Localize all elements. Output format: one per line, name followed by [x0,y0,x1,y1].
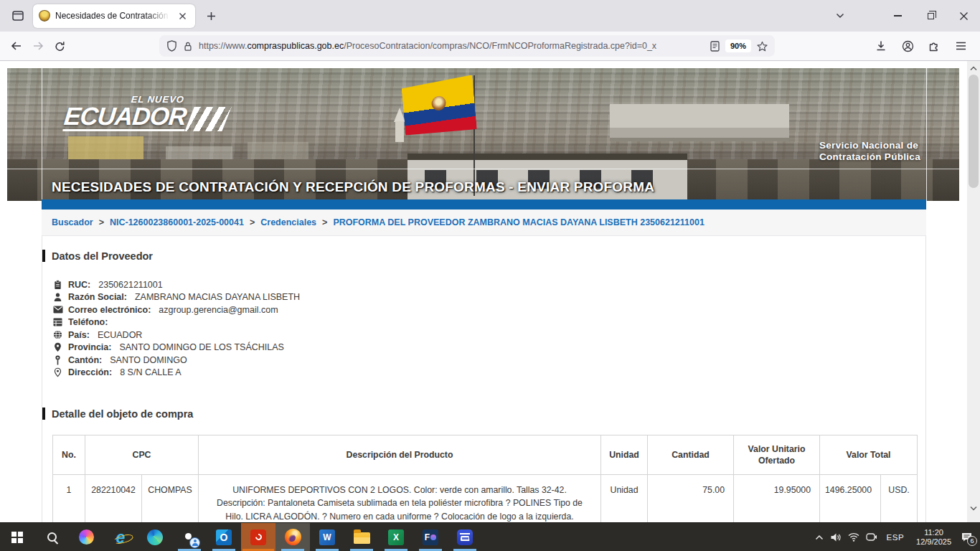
reload-icon[interactable] [49,35,70,57]
tab-close-icon[interactable] [175,9,189,23]
cell-unidad: Unidad [601,475,648,523]
taskbar-acrobat-button[interactable] [241,523,275,551]
bookmark-star-icon[interactable] [757,41,768,52]
field-direccion: Dirección: 8 S/N CALLE A [52,367,925,380]
page-scrollbar[interactable] [967,61,980,522]
window-close-button[interactable] [947,0,980,32]
col-no: No. [53,435,85,475]
list-all-tabs-icon[interactable] [829,5,851,27]
taskbar-word-button[interactable]: W [310,523,344,551]
page-content: EL NUEVO ECUADOR Servicio Nacional de Co… [0,61,980,522]
reader-mode-icon[interactable] [710,41,720,52]
taskbar-copilot-button[interactable] [69,523,103,551]
internet-explorer-icon: e [116,530,126,545]
acrobat-icon [250,529,266,545]
taskbar-outlook-button[interactable]: O [207,523,241,551]
copilot-icon [79,529,94,545]
map-marker-icon [52,355,63,365]
file-explorer-icon [354,532,370,544]
back-icon[interactable] [6,35,27,57]
language-indicator[interactable]: ESP [884,533,908,542]
logo-slashes [184,107,231,131]
firefox-icon [285,529,301,545]
cell-descripcion: UNIFORMES DEPORTIVOS CON 2 LOGOS. Color:… [199,475,601,523]
notification-center-icon[interactable]: 6 [961,532,973,543]
field-telefono: Teléfono: [52,316,925,329]
cell-cantidad: 75.00 [648,475,734,523]
downloads-icon[interactable] [870,35,892,57]
tray-chevron-up-icon[interactable] [815,534,824,540]
forward-icon[interactable] [27,35,49,57]
purchase-section-heading: Detalle del objeto de compra [42,408,925,420]
tab-title: Necesidades de Contratación y [55,11,170,21]
taskbar-explorer-button[interactable] [344,523,379,551]
firefox-view-icon[interactable] [6,5,30,27]
zoom-level-button[interactable]: 90% [725,39,751,52]
meet-now-icon[interactable] [866,532,877,542]
field-pais: País: ECUADOR [52,329,925,342]
col-cantidad: Cantidad [648,435,734,475]
table-row: 1 282210042 CHOMPAS UNIFORMES DEPORTIVOS… [53,475,918,523]
search-icon [47,532,57,542]
clock[interactable]: 11:20 12/9/2025 [913,528,954,547]
edge-icon [147,529,163,545]
blue-accent-bar [42,199,926,209]
browser-tab[interactable]: Necesidades de Contratación y [33,4,195,28]
col-valor-total: Valor Total [820,435,918,475]
taskbar-search-button[interactable] [34,523,69,551]
f-app-icon: F [423,529,438,545]
taskbar-ie-button[interactable]: e [103,523,138,551]
excel-icon: X [388,529,404,545]
taskbar-excel-button[interactable]: X [379,523,413,551]
url-text: https://www.compraspublicas.gob.ec/Proce… [199,41,705,51]
new-tab-button[interactable] [201,6,221,26]
provider-fields: RUC: 2350621211001 Razón Social: ZAMBRAN… [52,278,925,379]
extensions-icon[interactable] [923,35,945,57]
lock-icon[interactable] [183,41,193,52]
breadcrumb-proforma[interactable]: PROFORMA DEL PROVEEDOR ZAMBRANO MACIAS D… [333,217,705,227]
windows-logo-icon [11,532,23,543]
cell-cpc-code: 282210042 [85,475,142,523]
taskbar-fapp-button[interactable]: F [413,523,448,551]
ecuador-flag [401,75,477,139]
window-minimize-button[interactable] [881,0,914,32]
shield-icon[interactable] [166,40,177,52]
wifi-icon[interactable] [848,532,859,542]
purchase-table: No. CPC Descripción del Producto Unidad … [52,435,918,522]
field-correo: Correo electrónico: azgroup.gerencia@gma… [52,303,925,316]
cell-cpc-name: CHOMPAS [142,475,199,523]
taskbar-edge-button[interactable] [138,523,172,551]
el-nuevo-ecuador-logo: EL NUEVO ECUADOR [62,94,229,131]
breadcrumb-nic[interactable]: NIC-1260023860001-2025-00041 [110,217,244,227]
time: 11:20 [924,528,943,537]
volume-icon[interactable] [830,532,842,542]
browser-tab-bar: Necesidades de Contratación y [0,0,980,32]
list-icon [52,318,63,326]
scroll-down-icon[interactable] [967,502,980,514]
col-unidad: Unidad [601,435,648,475]
user-icon [52,292,63,302]
menu-hamburger-icon[interactable] [950,35,971,57]
cell-currency: USD. [881,475,918,523]
breadcrumb-credenciales[interactable]: Credenciales [260,217,316,227]
taskbar-firefox-button[interactable] [275,523,310,551]
map-pin-outline-icon [52,367,63,377]
date: 12/9/2025 [916,537,951,546]
system-tray: ESP 11:20 12/9/2025 6 [815,523,980,551]
window-restore-button[interactable] [914,0,947,32]
site-favicon [39,10,50,22]
field-razon-social: Razón Social: ZAMBRANO MACIAS DAYANA LIS… [52,291,925,304]
col-valor-unitario: Valor Unitario Ofertado [734,435,820,475]
scroll-up-icon[interactable] [967,62,980,74]
url-bar[interactable]: https://www.compraspublicas.gob.ec/Proce… [159,35,775,57]
scrollbar-thumb[interactable] [969,75,979,188]
taskbar-scanner-button[interactable] [448,523,482,551]
taskbar-chrome-button[interactable] [172,523,207,551]
account-icon[interactable] [897,35,918,57]
provider-section-heading: Datos del Proveedor [42,250,925,262]
outlook-icon: O [216,529,232,545]
start-button[interactable] [0,523,34,551]
breadcrumb-buscador[interactable]: Buscador [52,217,93,227]
clipboard-icon [52,280,63,290]
chrome-profile-badge [189,537,200,548]
